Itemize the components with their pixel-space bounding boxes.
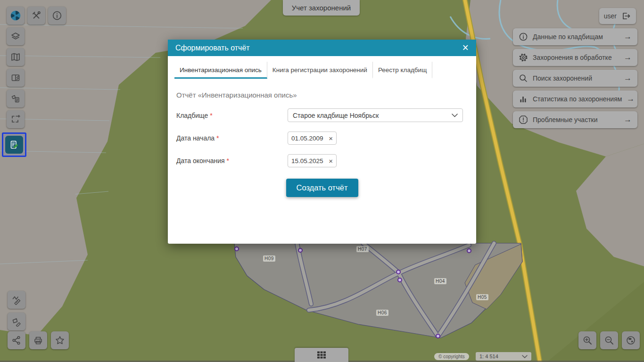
menu-item-cemetery-data[interactable]: Данные по кладбищам →: [513, 28, 637, 45]
report-tabs: Инвентаризационная опись Книга регистрац…: [174, 62, 470, 79]
add-geometry-button[interactable]: [7, 110, 25, 128]
info-icon: [52, 10, 62, 21]
share-button[interactable]: [8, 331, 25, 349]
sector-label: H04: [434, 278, 446, 284]
table-grid-icon: [316, 351, 327, 359]
measure-distance-button[interactable]: [8, 291, 25, 309]
tools-icon: [31, 10, 41, 21]
scale-value: 1: 4 514: [479, 354, 498, 359]
cemetery-field-row: Кладбище * Старое кладбище Ноябрьск: [176, 108, 468, 122]
report-dialog: Сформировать отчёт × Инвентаризационная …: [168, 40, 476, 244]
app-title: Учет захоронений: [292, 4, 351, 12]
required-mark: *: [216, 134, 219, 142]
sector-label: H07: [356, 246, 369, 252]
sector-label: H05: [476, 294, 488, 300]
clear-date-icon[interactable]: ×: [329, 135, 333, 142]
zoom-in-icon: [582, 335, 593, 346]
print-icon: [33, 335, 43, 346]
cemetery-field-label: Кладбище *: [176, 112, 288, 119]
date-end-row: Дата окончания * 15.05.2025 ×: [176, 154, 468, 167]
tab-inventory-list[interactable]: Инвентаризационная опись: [174, 62, 267, 79]
date-start-label: Дата начала *: [176, 134, 288, 142]
arrow-right-icon: →: [624, 32, 632, 41]
swipe-compare-button[interactable]: [7, 69, 25, 87]
right-menu: Данные по кладбищам → Захоронения в обра…: [513, 28, 637, 128]
date-start-value: 01.05.2009: [291, 135, 323, 142]
print-button[interactable]: [29, 331, 47, 349]
menu-item-burial-statistics[interactable]: Статистика по захоронениям →: [513, 90, 637, 107]
measure-area-icon: [11, 316, 22, 327]
zoom-out-icon: [604, 335, 614, 346]
sector-label: H09: [263, 255, 275, 262]
layers-button[interactable]: [7, 27, 25, 45]
measure-area-button[interactable]: [8, 313, 25, 330]
copyright-label: © copyrights: [434, 353, 469, 360]
earth-icon: [626, 335, 636, 346]
user-label: user: [604, 12, 617, 20]
menu-item-label: Поиск захоронений: [533, 74, 592, 82]
arrow-right-icon: →: [624, 53, 632, 62]
report-section-title: Отчёт «Инвентаризационная опись»: [176, 91, 468, 99]
cemetery-select[interactable]: Старое кладбище Ноябрьск: [288, 108, 463, 122]
date-start-row: Дата начала * 01.05.2009 ×: [176, 132, 468, 145]
close-icon[interactable]: ×: [462, 42, 469, 53]
create-report-button[interactable]: Создать отчёт: [286, 179, 358, 197]
dialog-title: Сформировать отчёт: [175, 44, 250, 52]
share-icon: [11, 335, 22, 346]
info-icon: [519, 32, 528, 41]
info-button[interactable]: [48, 7, 66, 25]
scale-dropdown[interactable]: 1: 4 514: [476, 352, 531, 361]
attribute-table-button[interactable]: [295, 348, 348, 362]
export-geometry-button[interactable]: [7, 90, 25, 107]
tab-registration-book[interactable]: Книга регистрации захоронений: [267, 62, 373, 79]
dialog-header: Сформировать отчёт ×: [168, 40, 476, 56]
gear-icon: [519, 53, 528, 62]
measure-distance-icon: [11, 295, 22, 305]
tab-cemetery-registry[interactable]: Реестр кладбищ: [373, 62, 432, 79]
chevron-down-icon: [522, 355, 528, 358]
map-icon: [10, 52, 21, 62]
menu-item-problem-areas[interactable]: Проблемные участки →: [513, 111, 637, 128]
search-icon: [519, 74, 528, 83]
submit-row: Создать отчёт: [168, 179, 476, 197]
app-logo-button[interactable]: [7, 7, 25, 25]
globe-logo-icon: [10, 10, 21, 21]
report-tool-button[interactable]: [5, 136, 23, 154]
layers-icon: [10, 31, 21, 41]
date-end-label: Дата окончания *: [176, 157, 288, 165]
basemap-button[interactable]: [7, 48, 25, 66]
menu-item-search-burials[interactable]: Поиск захоронений →: [513, 70, 637, 87]
required-mark: *: [227, 157, 229, 165]
arrow-right-icon: →: [627, 94, 635, 104]
menu-item-label: Проблемные участки: [533, 116, 598, 123]
cemetery-select-value: Старое кладбище Ноябрьск: [293, 112, 379, 119]
menu-item-label: Статистика по захоронениям: [533, 95, 622, 103]
favorites-button[interactable]: [51, 331, 69, 349]
arrow-right-icon: →: [624, 115, 632, 124]
active-tool-frame: [2, 132, 26, 157]
measure-tools: [8, 291, 25, 330]
date-end-input[interactable]: 15.05.2025 ×: [288, 154, 337, 167]
zoom-controls: [578, 331, 640, 349]
left-toolbar: [7, 7, 66, 157]
full-extent-button[interactable]: [622, 331, 640, 349]
zoom-out-button[interactable]: [600, 331, 618, 349]
clear-date-icon[interactable]: ×: [329, 157, 333, 165]
menu-item-burials-processing[interactable]: Захоронения в обработке →: [513, 49, 637, 66]
menu-item-label: Данные по кладбищам: [533, 33, 603, 41]
share-tools: [8, 331, 69, 349]
arrow-right-icon: →: [624, 74, 632, 83]
required-mark: *: [210, 112, 212, 119]
zoom-in-button[interactable]: [578, 331, 596, 349]
tools-button[interactable]: [27, 7, 45, 25]
menu-item-label: Захоронения в обработке: [533, 54, 612, 61]
chevron-down-icon: [452, 114, 458, 117]
bar-chart-icon: [519, 94, 528, 104]
date-start-input[interactable]: 01.05.2009 ×: [288, 132, 337, 145]
sector-label: H06: [376, 310, 388, 316]
add-geometry-icon: [10, 114, 21, 124]
app-title-tab: Учет захоронений: [283, 0, 360, 16]
export-geometry-icon: [10, 93, 21, 104]
swipe-layers-icon: [10, 73, 21, 83]
user-menu-button[interactable]: user: [599, 8, 636, 24]
